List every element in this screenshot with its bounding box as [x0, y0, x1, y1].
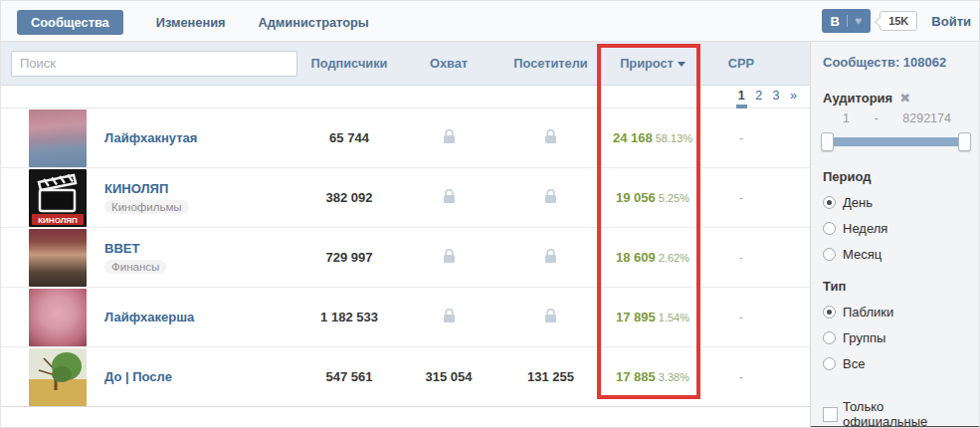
- vk-logo: B: [831, 14, 840, 29]
- growth-number: 19 056: [616, 190, 656, 205]
- table-row[interactable]: Лайфхакерша 1 182 533 17 8951.54% -: [1, 288, 810, 347]
- community-name-link[interactable]: Лайфхакерша: [104, 310, 194, 324]
- slider-track[interactable]: [823, 137, 969, 146]
- radio-label: День: [843, 195, 873, 210]
- period-section-label: Период: [823, 169, 969, 184]
- cpp-value: -: [702, 310, 780, 324]
- table-row[interactable]: КИНОЛЯП КИНОЛЯП Кинофильмы 382 092 19 05…: [1, 168, 810, 228]
- close-icon[interactable]: ✖: [899, 91, 910, 106]
- lock-icon: [444, 189, 455, 203]
- subscribers-value: 1 182 533: [299, 310, 399, 324]
- community-avatar[interactable]: [29, 348, 87, 406]
- page-3[interactable]: 3: [773, 86, 780, 106]
- subscribers-value: 729 997: [299, 250, 399, 265]
- column-header-growth[interactable]: Прирост: [603, 56, 702, 71]
- divider: [847, 15, 848, 27]
- checkbox-label: Только официальные: [843, 399, 969, 428]
- column-header-visitors[interactable]: Посетители: [498, 56, 603, 71]
- slider-handle-min[interactable]: [821, 132, 834, 151]
- visitors-locked: [498, 309, 603, 325]
- radio-icon[interactable]: [823, 331, 836, 344]
- tab-communities[interactable]: Сообщества: [17, 10, 123, 35]
- lock-icon: [444, 249, 455, 263]
- reach-locked: [399, 129, 498, 146]
- slider-handle-max[interactable]: [958, 132, 971, 151]
- growth-value: 24 16858.13%: [603, 130, 702, 145]
- community-name-link[interactable]: Лайфхакнутая: [104, 130, 197, 145]
- reach-locked: [399, 249, 498, 266]
- column-header-subscribers[interactable]: Подписчики: [299, 56, 399, 71]
- community-name-link[interactable]: BBET: [104, 241, 166, 256]
- main-tabs: Сообщества Изменения Администраторы: [17, 10, 369, 35]
- community-avatar[interactable]: [29, 229, 87, 287]
- reach-locked: [399, 189, 498, 206]
- column-header-reach[interactable]: Охват: [399, 56, 498, 71]
- communities-count: Сообществ: 108062: [823, 55, 969, 70]
- lock-icon: [444, 129, 455, 143]
- radio-period-day[interactable]: День: [823, 195, 969, 210]
- radio-label: Паблики: [843, 305, 893, 320]
- community-name-link[interactable]: КИНОЛЯП: [104, 181, 189, 196]
- svg-text:КИНОЛЯП: КИНОЛЯП: [38, 215, 78, 224]
- cpp-value: -: [702, 190, 780, 205]
- likes-counter: 15K: [880, 11, 917, 31]
- reach-value: 315 054: [399, 369, 498, 384]
- growth-number: 24 168: [613, 130, 653, 145]
- radio-icon[interactable]: [823, 196, 836, 209]
- radio-period-week[interactable]: Неделя: [823, 221, 969, 236]
- radio-icon[interactable]: [823, 357, 836, 370]
- growth-percent: 2.62%: [659, 252, 689, 264]
- radio-icon[interactable]: [823, 248, 836, 261]
- radio-label: Все: [843, 356, 865, 371]
- audience-range: 1 - 8292174: [823, 111, 969, 125]
- visitors-locked: [498, 189, 603, 206]
- radio-type-publics[interactable]: Паблики: [823, 305, 969, 320]
- community-avatar[interactable]: КИНОЛЯП: [29, 169, 87, 227]
- radio-label: Группы: [843, 330, 885, 345]
- lock-icon: [545, 249, 556, 263]
- page-2[interactable]: 2: [755, 86, 762, 106]
- community-name-link[interactable]: До | После: [104, 369, 172, 384]
- checkbox-official-only[interactable]: Только официальные: [823, 399, 969, 428]
- login-link[interactable]: Войти: [931, 14, 971, 29]
- cpp-value: -: [702, 130, 780, 145]
- subscribers-value: 382 092: [299, 190, 399, 205]
- growth-number: 17 885: [616, 369, 656, 384]
- lock-icon: [444, 309, 455, 322]
- radio-period-month[interactable]: Месяц: [823, 247, 969, 262]
- table-area: Подписчики Охват Посетители Прирост CPP …: [1, 42, 810, 428]
- audience-min: 1: [843, 111, 850, 125]
- radio-type-all[interactable]: Все: [823, 356, 969, 371]
- top-bar: Сообщества Изменения Администраторы B ♥ …: [1, 1, 980, 42]
- audience-range-slider[interactable]: [823, 132, 969, 152]
- page-next[interactable]: »: [790, 86, 797, 106]
- community-avatar[interactable]: [29, 289, 87, 346]
- audience-separator: -: [875, 111, 879, 125]
- checkbox-icon[interactable]: [823, 407, 838, 422]
- growth-value: 17 8853.38%: [603, 369, 702, 384]
- table-row[interactable]: Лайфхакнутая 65 744 24 16858.13% -: [1, 108, 810, 168]
- lock-icon: [545, 189, 556, 203]
- page-1[interactable]: 1: [738, 86, 745, 106]
- communities-stats-page: Сообщества Изменения Администраторы B ♥ …: [0, 0, 980, 428]
- community-category: Финансы: [104, 260, 166, 274]
- tab-changes[interactable]: Изменения: [156, 10, 226, 35]
- subscribers-value: 547 561: [299, 369, 399, 384]
- tab-administrators[interactable]: Администраторы: [258, 10, 368, 35]
- sort-desc-arrow-icon: [678, 62, 686, 67]
- radio-label: Неделя: [843, 221, 887, 236]
- table-row[interactable]: BBET Финансы 729 997 18 6092.62% -: [1, 228, 810, 288]
- radio-icon[interactable]: [823, 306, 836, 319]
- community-avatar[interactable]: [29, 109, 87, 167]
- visitors-locked: [498, 129, 603, 146]
- growth-number: 18 609: [616, 250, 656, 265]
- vk-like-widget[interactable]: B ♥: [822, 9, 872, 33]
- search-input[interactable]: [11, 51, 297, 77]
- column-header-cpp[interactable]: CPP: [702, 56, 780, 71]
- table-row[interactable]: До | После 547 561 315 054 131 255 17 88…: [1, 347, 810, 407]
- column-header-growth-label: Прирост: [620, 56, 674, 71]
- growth-percent: 3.38%: [659, 371, 689, 383]
- radio-type-groups[interactable]: Группы: [823, 330, 969, 345]
- radio-icon[interactable]: [823, 222, 836, 235]
- community-category: Кинофильмы: [104, 200, 189, 214]
